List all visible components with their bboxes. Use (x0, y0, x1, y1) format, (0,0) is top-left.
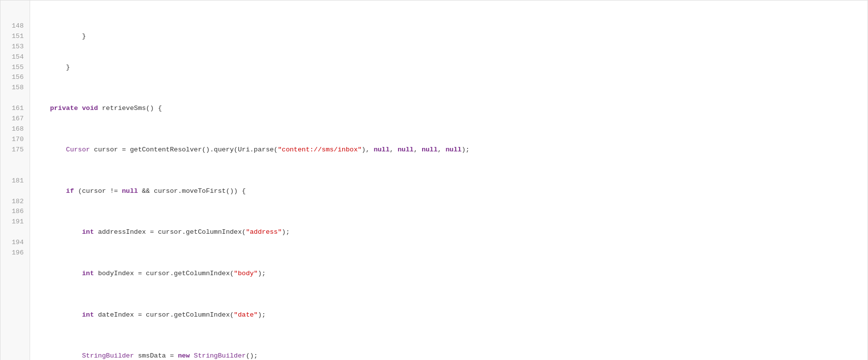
code-editor: 148 151 153 154 155 156 158 161 167 168 … (0, 0, 868, 360)
ln-155: 155 (6, 63, 24, 73)
line-153: if (cursor != null && cursor.moveToFirst… (34, 186, 868, 197)
line-155: int bodyIndex = cursor.getColumnIndex("b… (34, 269, 868, 279)
line-158: StringBuilder smsData = new StringBuilde… (34, 351, 868, 360)
line-154: int addressIndex = cursor.getColumnIndex… (34, 227, 868, 238)
ln-blank2 (6, 11, 24, 21)
line-151: Cursor cursor = getContentResolver().que… (34, 145, 868, 155)
code-area: 148 151 153 154 155 156 158 161 167 168 … (0, 0, 868, 360)
ln-151: 151 (6, 32, 24, 42)
ln-156: 156 (6, 72, 24, 83)
ln-154: 154 (6, 52, 24, 63)
ln-158: 158 (6, 83, 24, 93)
ln-blank9 (6, 269, 24, 279)
ln-194: 194 (6, 238, 24, 248)
code-content: } } private void retrieveSms() { Cursor … (30, 0, 868, 360)
ln-191: 191 (6, 217, 24, 227)
ln-blank3 (6, 93, 24, 104)
ln-148: 148 (6, 21, 24, 32)
ln-blank8 (6, 258, 24, 269)
ln-blank5 (6, 166, 24, 176)
ln-blank7 (6, 227, 24, 238)
line-cb2: } (34, 63, 868, 73)
ln-168: 168 (6, 124, 24, 135)
ln-blank6 (6, 186, 24, 197)
ln-186: 186 (6, 207, 24, 217)
line-cb1: } (34, 32, 868, 42)
line-156: int dateIndex = cursor.getColumnIndex("d… (34, 310, 868, 321)
line-numbers: 148 151 153 154 155 156 158 161 167 168 … (0, 0, 30, 360)
ln-170: 170 (6, 135, 24, 145)
line-148: private void retrieveSms() { (34, 104, 868, 114)
ln-175: 175 (6, 145, 24, 155)
ln-181: 181 (6, 176, 24, 186)
ln-blank1 (6, 0, 24, 11)
ln-161: 161 (6, 104, 24, 114)
ln-blank4 (6, 155, 24, 166)
ln-153: 153 (6, 42, 24, 52)
ln-196: 196 (6, 248, 24, 258)
ln-167: 167 (6, 114, 24, 124)
ln-182: 182 (6, 197, 24, 207)
